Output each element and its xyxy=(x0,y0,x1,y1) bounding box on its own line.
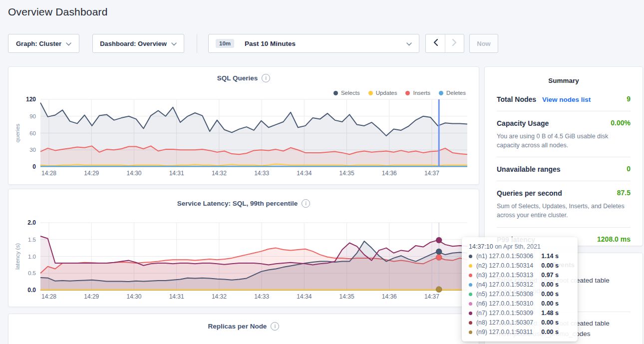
svg-text:14:33: 14:33 xyxy=(254,293,269,300)
chevron-right-icon xyxy=(452,39,457,48)
svg-text:60: 60 xyxy=(29,130,36,136)
graph-dropdown-label: Graph: Cluster xyxy=(16,40,61,47)
svg-text:14:35: 14:35 xyxy=(339,170,354,177)
time-step-buttons xyxy=(425,34,464,53)
svg-text:14:34: 14:34 xyxy=(297,170,312,177)
qps-description: Sum of Selects, Updates, Inserts, and De… xyxy=(497,202,631,220)
capacity-value: 0.00% xyxy=(611,119,631,127)
time-step-back-button[interactable] xyxy=(426,34,445,52)
graph-dropdown[interactable]: Graph: Cluster xyxy=(8,34,79,53)
events-card: Events Table created: User root created … xyxy=(484,253,643,344)
event-item[interactable]: Table created: User root created table m… xyxy=(497,312,631,344)
sql-queries-card: SQL Queries i SelectsUpdatesInsertsDelet… xyxy=(8,66,479,185)
chevron-down-icon xyxy=(171,40,177,47)
qps-label: Queries per second xyxy=(497,189,562,197)
service-latency-chart[interactable]: 0.00.51.01.52.014:2814:2914:3014:3114:32… xyxy=(8,189,480,308)
replicas-per-node-card: Replicas per Node i xyxy=(8,314,479,344)
p99-latency-value: 1208.0 ms xyxy=(597,235,631,243)
unavailable-ranges-label: Unavailable ranges xyxy=(497,165,561,173)
summary-heading: Summary xyxy=(497,77,631,84)
total-nodes-value: 9 xyxy=(627,95,631,103)
svg-text:1.5: 1.5 xyxy=(28,237,36,243)
time-range-selector[interactable]: 10m Past 10 Minutes xyxy=(208,34,419,53)
svg-text:14:37: 14:37 xyxy=(424,293,439,300)
svg-text:14:29: 14:29 xyxy=(84,293,99,300)
summary-card: Summary Total NodesView nodes list 9 Cap… xyxy=(484,66,643,246)
svg-text:14:33: 14:33 xyxy=(254,170,269,177)
service-latency-card: Service Latency: SQL, 99th percentile i … xyxy=(8,189,479,307)
summary-total-nodes: Total NodesView nodes list 9 xyxy=(497,87,631,111)
now-button[interactable]: Now xyxy=(469,34,498,53)
chart-title: Replicas per Node xyxy=(208,323,267,330)
svg-text:90: 90 xyxy=(29,113,36,119)
chevron-left-icon xyxy=(433,39,438,48)
time-step-forward-button[interactable] xyxy=(445,34,464,52)
p99-latency-label: P99 latency xyxy=(497,236,535,244)
svg-text:14:28: 14:28 xyxy=(41,293,56,300)
svg-text:30: 30 xyxy=(29,147,36,153)
unavailable-ranges-value: 0 xyxy=(627,165,631,173)
svg-text:14:31: 14:31 xyxy=(169,293,184,300)
svg-text:1.0: 1.0 xyxy=(28,254,36,260)
qps-value: 87.5 xyxy=(617,189,631,197)
svg-text:14:30: 14:30 xyxy=(126,170,141,177)
svg-text:14:30: 14:30 xyxy=(126,293,141,300)
svg-text:queries: queries xyxy=(14,123,20,142)
dashboard-dropdown[interactable]: Dashboard: Overview xyxy=(92,34,184,53)
page-title: Overview Dashboard xyxy=(8,6,108,18)
svg-text:0: 0 xyxy=(32,163,36,170)
capacity-description: You are using 0 B of 4.5 GiB usable disk… xyxy=(497,132,631,150)
dashboard-dropdown-label: Dashboard: Overview xyxy=(100,40,167,47)
svg-text:14:32: 14:32 xyxy=(212,293,227,300)
events-list: Table created: User root created table m… xyxy=(497,276,631,344)
svg-text:2.0: 2.0 xyxy=(27,219,36,226)
summary-p99-latency: P99 latency 1208.0 ms xyxy=(497,227,631,251)
svg-text:14:36: 14:36 xyxy=(382,170,397,177)
chevron-down-icon xyxy=(66,40,71,47)
svg-text:14:37: 14:37 xyxy=(424,170,439,177)
events-heading: Events xyxy=(497,261,631,269)
svg-text:14:31: 14:31 xyxy=(169,170,184,177)
svg-text:14:28: 14:28 xyxy=(41,170,56,177)
svg-text:14:34: 14:34 xyxy=(297,293,312,300)
summary-unavailable-ranges: Unavailable ranges 0 xyxy=(497,157,631,181)
time-range-badge: 10m xyxy=(216,39,234,48)
total-nodes-label: Total Nodes xyxy=(497,95,536,103)
overview-dashboard-page: Overview Dashboard Graph: Cluster Dashbo… xyxy=(0,0,644,344)
summary-qps: Queries per second 87.5 Sum of Selects, … xyxy=(497,181,631,227)
svg-text:14:29: 14:29 xyxy=(84,170,99,177)
time-range-label: Past 10 Minutes xyxy=(245,40,296,47)
capacity-label: Capacity Usage xyxy=(497,119,549,127)
svg-text:0.0: 0.0 xyxy=(27,287,36,294)
svg-text:14:36: 14:36 xyxy=(382,293,397,300)
svg-text:120: 120 xyxy=(26,96,36,103)
event-item[interactable]: Table created: User root created table m… xyxy=(497,276,631,312)
toolbar-divider xyxy=(197,34,197,53)
svg-text:14:32: 14:32 xyxy=(212,170,227,177)
chevron-down-icon xyxy=(406,40,412,47)
summary-capacity: Capacity Usage 0.00% You are using 0 B o… xyxy=(497,111,631,157)
info-icon[interactable]: i xyxy=(271,322,279,331)
view-nodes-list-link[interactable]: View nodes list xyxy=(542,96,591,103)
svg-text:latency (s): latency (s) xyxy=(14,243,20,270)
svg-text:14:35: 14:35 xyxy=(339,293,354,300)
sql-queries-chart[interactable]: 030609012014:2814:2914:3014:3114:3214:33… xyxy=(8,67,480,185)
svg-text:0.5: 0.5 xyxy=(28,270,36,276)
